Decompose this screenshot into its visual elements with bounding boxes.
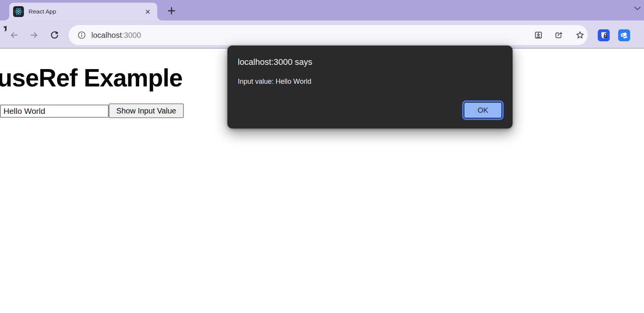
reload-icon[interactable] <box>46 27 63 44</box>
password-shield-extension-icon[interactable] <box>598 29 610 41</box>
bookmark-star-icon[interactable] <box>575 30 585 40</box>
text-input[interactable] <box>0 105 109 118</box>
address-bar[interactable]: localhost:3000 <box>69 25 588 45</box>
ok-button[interactable]: OK <box>464 102 502 118</box>
show-input-value-button[interactable]: Show Input Value <box>109 103 184 118</box>
tab-strip: React App <box>0 0 644 20</box>
url-host: localhost <box>91 31 122 39</box>
new-tab-button[interactable] <box>166 5 177 16</box>
alert-dialog-message: Input value: Hello World <box>238 78 311 86</box>
alert-dialog: localhost:3000 says Input value: Hello W… <box>227 46 513 129</box>
page-title: useRef Example <box>0 64 182 92</box>
react-logo-icon <box>13 6 24 17</box>
chevron-down-icon[interactable] <box>632 3 643 14</box>
browser-window: React App <box>0 0 644 313</box>
tab-title: React App <box>29 8 143 15</box>
site-info-icon[interactable] <box>77 30 87 40</box>
back-arrow-icon[interactable] <box>5 27 22 44</box>
alert-dialog-title: localhost:3000 says <box>238 57 312 67</box>
url-text: localhost:3000 <box>91 31 141 40</box>
share-icon[interactable] <box>553 30 563 40</box>
forward-arrow-icon[interactable] <box>26 27 43 44</box>
card-extension-icon[interactable] <box>618 29 630 41</box>
browser-toolbar: localhost:3000 <box>0 20 644 49</box>
url-port: :3000 <box>122 31 141 39</box>
tab-react-app[interactable]: React App <box>9 3 157 20</box>
download-icon[interactable] <box>533 30 543 40</box>
close-icon[interactable] <box>143 7 152 16</box>
